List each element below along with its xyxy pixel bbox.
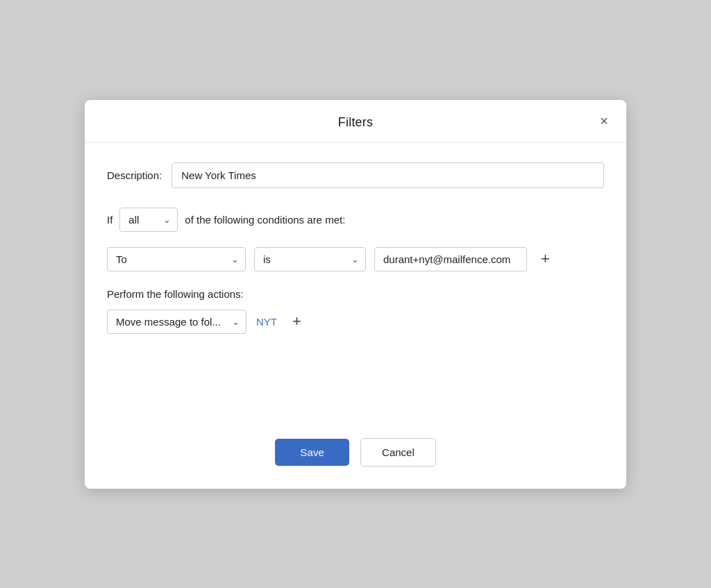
- add-condition-button[interactable]: +: [535, 250, 555, 268]
- action-row: Move message to fol... Mark as read Mark…: [107, 310, 604, 334]
- conditions-row: If all any none ⌄ of the following condi…: [107, 208, 604, 232]
- modal-title: Filters: [338, 115, 373, 130]
- description-input[interactable]: [172, 162, 604, 188]
- modal-overlay: Filters × Description: If all any none: [0, 0, 711, 588]
- email-input[interactable]: [374, 247, 527, 271]
- folder-link[interactable]: NYT: [256, 316, 277, 328]
- field-dropdown-wrapper: To From Subject Body CC BCC ⌄: [107, 247, 246, 271]
- action-dropdown[interactable]: Move message to fol... Mark as read Mark…: [107, 310, 246, 334]
- modal-header: Filters ×: [85, 100, 626, 143]
- action-dropdown-wrapper: Move message to fol... Mark as read Mark…: [107, 310, 246, 334]
- all-dropdown-wrapper: all any none ⌄: [119, 208, 178, 232]
- filter-rule-row: To From Subject Body CC BCC ⌄ is is not …: [107, 247, 604, 271]
- description-label: Description:: [107, 169, 162, 181]
- operator-dropdown[interactable]: is is not contains does not contain begi…: [254, 247, 366, 271]
- all-dropdown[interactable]: all any none: [119, 208, 178, 232]
- modal-body: Description: If all any none ⌄ of the fo…: [85, 143, 626, 424]
- conditions-text: of the following conditions are met:: [185, 214, 345, 226]
- close-button[interactable]: ×: [596, 111, 612, 131]
- save-button[interactable]: Save: [275, 439, 349, 466]
- if-label: If: [107, 214, 112, 226]
- filters-modal: Filters × Description: If all any none: [85, 100, 626, 489]
- description-row: Description:: [107, 162, 604, 188]
- modal-footer: Save Cancel: [85, 424, 626, 489]
- operator-dropdown-wrapper: is is not contains does not contain begi…: [254, 247, 366, 271]
- add-action-button[interactable]: +: [287, 312, 307, 330]
- cancel-button[interactable]: Cancel: [360, 438, 436, 467]
- actions-label: Perform the following actions:: [107, 288, 604, 300]
- field-dropdown[interactable]: To From Subject Body CC BCC: [107, 247, 246, 271]
